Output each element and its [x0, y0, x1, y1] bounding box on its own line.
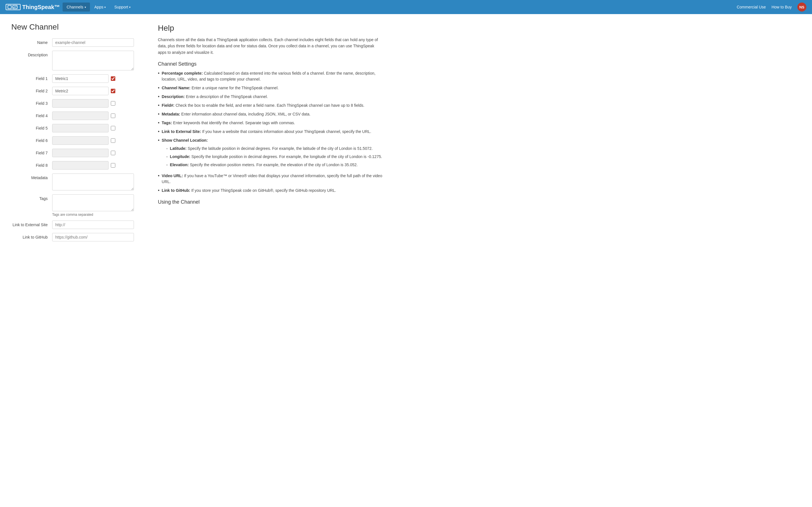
brand-logo[interactable]: ThingSpeak™	[6, 4, 60, 10]
nav-items: Channels ▾ Apps ▾ Support ▾	[63, 3, 737, 11]
help-item-github-text: If you store your ThingSpeak code on Git…	[192, 188, 336, 193]
help-item-location-bold: Show Channel Location:	[162, 138, 208, 143]
external-site-input[interactable]	[52, 221, 134, 229]
help-item-name-text: Enter a unique name for the ThingSpeak c…	[192, 86, 278, 90]
field7-input[interactable]	[52, 149, 109, 157]
how-to-buy-link[interactable]: How to Buy	[771, 5, 792, 9]
field1-row: Field 1	[11, 74, 147, 83]
help-item-field-bold: Field#:	[162, 103, 174, 108]
help-item-video-text: If you have a YouTube™ or Vimeo® video t…	[162, 173, 382, 184]
external-site-row: Link to External Site	[11, 221, 147, 229]
tags-label: Tags	[11, 194, 52, 201]
tags-row: Tags Tags are comma separated	[11, 194, 147, 217]
help-item-github-bold: Link to GitHub:	[162, 188, 190, 193]
field4-checkbox[interactable]	[111, 114, 115, 118]
field6-input[interactable]	[52, 136, 109, 145]
tags-textarea[interactable]	[52, 194, 134, 211]
help-item-metadata: Metadata: Enter information about channe…	[158, 111, 384, 117]
nav-right: Commercial Use How to Buy NS	[737, 3, 806, 11]
field5-input[interactable]	[52, 124, 109, 132]
field2-label: Field 2	[11, 87, 52, 93]
field7-label: Field 7	[11, 149, 52, 155]
field6-row: Field 6	[11, 136, 147, 145]
help-item-description: Description: Enter a description of the …	[158, 94, 384, 100]
description-row: Description	[11, 51, 147, 70]
field4-input[interactable]	[52, 112, 109, 120]
channels-chevron: ▾	[85, 6, 86, 9]
field8-checkbox[interactable]	[111, 163, 115, 168]
help-item-external-text: If you have a website that contains info…	[202, 129, 371, 134]
field7-controls	[52, 149, 115, 157]
field5-row: Field 5	[11, 124, 147, 132]
help-item-metadata-bold: Metadata:	[162, 112, 180, 116]
name-row: Name	[11, 38, 147, 47]
field3-checkbox[interactable]	[111, 101, 115, 106]
description-label: Description	[11, 51, 52, 57]
field6-checkbox[interactable]	[111, 138, 115, 143]
commercial-use-link[interactable]: Commercial Use	[737, 5, 766, 9]
apps-chevron: ▾	[104, 6, 106, 9]
github-input[interactable]	[52, 233, 134, 241]
field1-input[interactable]	[52, 74, 109, 83]
help-sublist-location: Latitude: Specify the latitude position …	[166, 146, 382, 168]
field8-label: Field 8	[11, 161, 52, 168]
description-textarea[interactable]	[52, 51, 134, 70]
help-list: Percentage complete: Calculated based on…	[158, 70, 384, 193]
help-subitem-latitude-bold: Latitude:	[170, 146, 187, 151]
field2-input[interactable]	[52, 87, 109, 95]
help-item-field: Field#: Check the box to enable the fiel…	[158, 103, 384, 108]
help-item-github: Link to GitHub: If you store your ThingS…	[158, 187, 384, 193]
help-item-external: Link to External Site: If you have a web…	[158, 129, 384, 135]
support-label: Support	[114, 5, 128, 9]
field7-checkbox[interactable]	[111, 151, 115, 155]
field3-input[interactable]	[52, 99, 109, 108]
name-input[interactable]	[52, 38, 134, 47]
field1-checkbox[interactable]	[111, 76, 115, 81]
main-content: New Channel Name Description Field 1 Fie…	[0, 14, 395, 254]
field6-label: Field 6	[11, 136, 52, 143]
tags-group: Tags are comma separated	[52, 194, 134, 217]
field5-checkbox[interactable]	[111, 126, 115, 130]
field3-label: Field 3	[11, 99, 52, 106]
help-title: Help	[158, 24, 384, 33]
nav-support[interactable]: Support ▾	[110, 3, 135, 11]
help-item-tags-text: Enter keywords that identify the channel…	[173, 121, 295, 125]
help-subitem-latitude: Latitude: Specify the latitude position …	[166, 146, 382, 152]
help-subitem-longitude: Longitude: Specify the longitude positio…	[166, 154, 382, 160]
metadata-label: Metadata	[11, 173, 52, 180]
user-avatar[interactable]: NS	[797, 3, 806, 11]
field2-controls	[52, 87, 115, 95]
help-item-video: Video URL: If you have a YouTube™ or Vim…	[158, 173, 384, 185]
help-item-description-bold: Description:	[162, 94, 185, 99]
github-row: Link to GitHub	[11, 233, 147, 241]
channels-label: Channels	[66, 5, 83, 9]
help-subitem-latitude-text: Specify the latitude position in decimal…	[188, 146, 373, 151]
help-item-external-bold: Link to External Site:	[162, 129, 201, 134]
nav-channels[interactable]: Channels ▾	[63, 3, 90, 11]
name-label: Name	[11, 38, 52, 45]
metadata-row: Metadata	[11, 173, 147, 190]
field8-input[interactable]	[52, 161, 109, 170]
nav-apps[interactable]: Apps ▾	[91, 3, 110, 11]
help-subitem-longitude-text: Specify the longitude position in decima…	[192, 154, 382, 159]
help-section: Help Channels store all the data that a …	[158, 22, 384, 245]
help-item-percentage: Percentage complete: Calculated based on…	[158, 70, 384, 82]
field3-controls	[52, 99, 115, 108]
help-item-percentage-bold: Percentage complete:	[162, 71, 203, 75]
field4-controls	[52, 112, 115, 120]
help-item-field-text: Check the box to enable the field, and e…	[175, 103, 364, 108]
help-subitem-elevation-text: Specify the elevation position meters. F…	[190, 163, 357, 167]
metadata-textarea[interactable]	[52, 173, 134, 190]
help-item-location: Show Channel Location: Latitude: Specify…	[158, 137, 384, 170]
field2-checkbox[interactable]	[111, 89, 115, 93]
field6-controls	[52, 136, 115, 145]
channel-settings-title: Channel Settings	[158, 61, 384, 67]
brand-icon	[6, 4, 20, 10]
help-subitem-elevation: Elevation: Specify the elevation positio…	[166, 162, 382, 168]
brand-text: ThingSpeak™	[22, 4, 60, 10]
field3-row: Field 3	[11, 99, 147, 108]
field8-controls	[52, 161, 115, 170]
github-label: Link to GitHub	[11, 233, 52, 239]
navbar: ThingSpeak™ Channels ▾ Apps ▾ Support ▾ …	[0, 0, 812, 14]
help-subitem-longitude-bold: Longitude:	[170, 154, 190, 159]
